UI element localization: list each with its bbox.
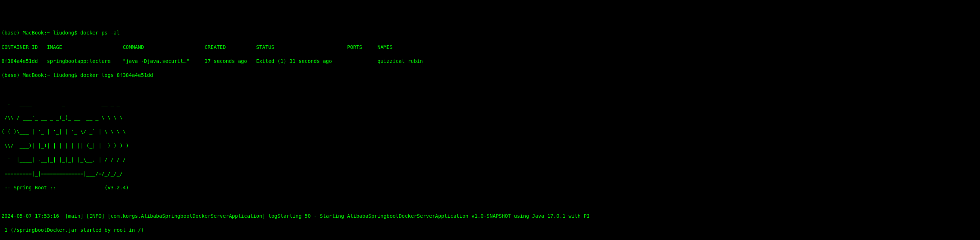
prompt-line-1: (base) MacBook:~ liudong$ docker ps -al (2, 30, 978, 37)
header-ports: PORTS (347, 44, 377, 51)
blank-line-1 (2, 86, 978, 93)
spring-boot-spacer (56, 185, 105, 190)
spring-boot-version: (v3.2.4) (105, 185, 129, 190)
command-1: docker ps -al (80, 30, 120, 36)
banner-line-1: . ____ _ __ _ _ (2, 100, 978, 107)
header-image: IMAGE (47, 44, 123, 51)
docker-ps-row: 8f384a4e51ddspringbootapp:lecture"java -… (2, 58, 978, 65)
spring-boot-line: :: Spring Boot :: (v3.2.4) (2, 184, 978, 191)
log-line-1: 2024-05-07 17:53:16 [main] [INFO] [com.k… (2, 213, 978, 220)
cell-status: Exited (1) 31 seconds ago (256, 58, 347, 65)
cell-created: 37 seconds ago (205, 58, 256, 65)
blank-line-2 (2, 199, 978, 206)
cell-command: "java -Djava.securit…" (123, 58, 205, 65)
log-line-2: 1 (/springbootDocker.jar started by root… (2, 227, 978, 234)
prompt-line-2: (base) MacBook:~ liudong$ docker logs 8f… (2, 72, 978, 79)
prompt-prefix-1: (base) MacBook:~ liudong$ (2, 30, 80, 36)
header-names: NAMES (377, 44, 393, 50)
banner-line-3: ( ( )\___ | '_ | '_| | '_ \/ _` | \ \ \ … (2, 128, 978, 136)
cell-image: springbootapp:lecture (47, 58, 123, 65)
header-created: CREATED (205, 44, 256, 51)
prompt-prefix-2: (base) MacBook:~ liudong$ (2, 72, 80, 78)
header-container-id: CONTAINER ID (2, 44, 47, 51)
cell-container-id: 8f384a4e51dd (2, 58, 47, 65)
banner-line-4: \\/ ___)| |_)| | | | | || (_| | ) ) ) ) (2, 142, 978, 150)
command-2: docker logs 8f384a4e51dd (80, 72, 153, 78)
banner-line-2: /\\ / ___'_ __ _ _(_)_ __ __ _ \ \ \ \ (2, 114, 978, 122)
cell-names: quizzical_rubin (377, 58, 423, 64)
docker-ps-header: CONTAINER IDIMAGECOMMANDCREATEDSTATUSPOR… (2, 44, 978, 51)
banner-line-5: ' |____| .__|_| |_|_| |_\__, | / / / / (2, 156, 978, 163)
header-status: STATUS (256, 44, 347, 51)
header-command: COMMAND (123, 44, 205, 51)
banner-line-6: =========|_|==============|___/=/_/_/_/ (2, 170, 978, 177)
spring-boot-label: :: Spring Boot :: (2, 185, 56, 190)
